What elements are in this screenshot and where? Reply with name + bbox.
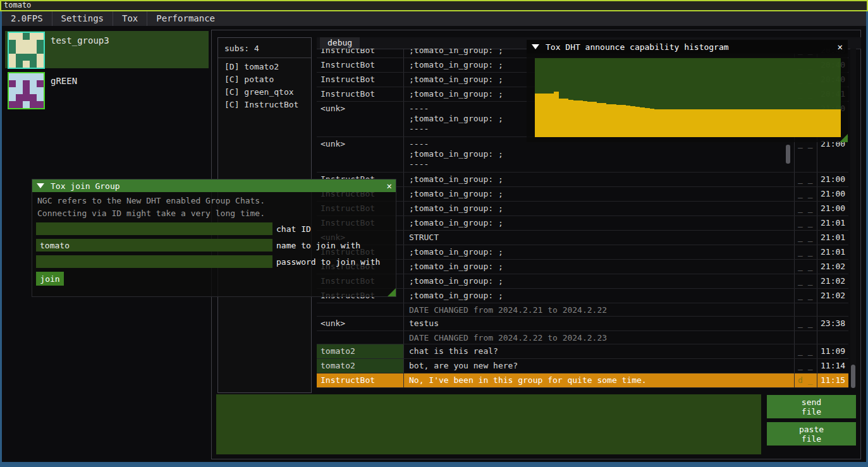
avatar-pixel xyxy=(16,54,23,61)
avatar-pixel xyxy=(30,87,37,94)
member-item[interactable]: [C] potato xyxy=(218,73,311,86)
histogram-bar xyxy=(597,103,602,137)
window-edge-left xyxy=(0,11,2,462)
menu-item-settings[interactable]: Settings xyxy=(52,11,113,26)
histogram-bar xyxy=(721,109,726,137)
app-window: tomato 2.0FPSSettingsToxPerformance test… xyxy=(0,0,868,467)
avatar-pixel xyxy=(23,61,30,68)
message-row: InstructBot;tomato_in_group: ;_ _21:01 xyxy=(317,245,848,260)
window-title: tomato xyxy=(4,1,31,9)
join-field-label: chat ID xyxy=(276,222,311,234)
group-name: test_group3 xyxy=(51,35,109,45)
histogram-bar xyxy=(587,102,592,137)
histogram-bar xyxy=(817,109,822,137)
avatar-pixel xyxy=(16,73,23,80)
collapse-arrow-icon[interactable] xyxy=(532,44,539,49)
message-text: ;tomato_in_group: ; xyxy=(404,173,795,186)
close-icon[interactable]: ✕ xyxy=(838,42,843,52)
message-sender: InstructBot xyxy=(317,373,404,387)
chat-scrollbar[interactable] xyxy=(850,49,856,388)
message-sender: InstructBot xyxy=(317,58,404,72)
tab-debug[interactable]: debug xyxy=(320,37,360,49)
join-field-chat-id[interactable] xyxy=(36,222,272,235)
histogram-bar xyxy=(673,109,678,137)
message-cell-scrollbar[interactable] xyxy=(786,145,790,164)
resize-grip[interactable] xyxy=(840,134,848,142)
avatar-pixel xyxy=(16,87,23,94)
group-item-test_group3[interactable]: test_group3 xyxy=(5,31,209,68)
avatar-pixel xyxy=(9,47,16,54)
menu-item-performance[interactable]: Performance xyxy=(147,11,224,26)
message-sender: InstructBot xyxy=(317,73,404,87)
histogram-bar xyxy=(712,109,717,137)
histogram-bar xyxy=(764,109,769,137)
message-status: _ _ xyxy=(795,187,817,201)
message-row: DATE CHANGED from 2024.2.22 to 2024.2.23 xyxy=(317,331,848,344)
message-status: _ _ xyxy=(795,173,817,186)
histogram-bar xyxy=(783,109,788,137)
group-item-gREEN[interactable]: gREEN xyxy=(5,71,209,109)
histogram-bar xyxy=(774,109,779,137)
histogram-bar xyxy=(755,109,760,137)
histogram-bar xyxy=(822,109,827,137)
message-row: InstructBot;tomato_in_group: ;_ _21:00 xyxy=(317,187,848,202)
join-button[interactable]: join xyxy=(36,272,64,286)
message-status: d _ xyxy=(795,373,817,387)
histogram-bar xyxy=(664,109,669,137)
message-timestamp: 21:02 xyxy=(817,274,848,288)
join-dialog-titlebar[interactable]: Tox join Group ✕ xyxy=(32,179,396,192)
message-row: DATE CHANGED from 2024.2.21 to 2024.2.22 xyxy=(317,303,848,317)
histogram-bar xyxy=(645,108,650,137)
histogram-bar xyxy=(798,109,803,137)
message-input[interactable] xyxy=(216,394,761,454)
message-row: InstructBotNo, I've been in this group f… xyxy=(317,373,848,388)
message-sender: InstructBot xyxy=(317,87,404,101)
close-icon[interactable]: ✕ xyxy=(387,181,392,191)
message-row: tomato2bot, are you new here?_ _11:14 xyxy=(317,359,848,373)
join-field-password-to-join-with[interactable] xyxy=(36,255,272,268)
message-status xyxy=(795,303,817,316)
menu-item-2-0fps[interactable]: 2.0FPS xyxy=(2,11,52,26)
avatar-pixel xyxy=(37,61,44,68)
message-row: InstructBot;tomato_in_group: ;_ _21:02 xyxy=(317,274,848,289)
avatar-pixel xyxy=(30,54,37,61)
resize-grip[interactable] xyxy=(388,288,396,296)
join-field-label: password to join with xyxy=(276,255,380,267)
message-status: _ _ xyxy=(795,359,817,373)
histogram-bar xyxy=(669,109,674,137)
chat-scrollbar-thumb[interactable] xyxy=(851,365,855,388)
message-timestamp: 11:15 xyxy=(817,373,848,387)
histogram-bar xyxy=(621,105,626,137)
avatar-pixel xyxy=(37,54,44,61)
histogram-bar xyxy=(583,101,588,137)
histogram-bar xyxy=(650,109,655,137)
window-titlebar[interactable]: tomato xyxy=(0,0,868,11)
avatar-pixel xyxy=(23,94,30,101)
histogram-title: Tox DHT announce capability histogram xyxy=(546,42,729,52)
avatar-pixel xyxy=(16,80,23,87)
avatar-pixel xyxy=(23,54,30,61)
paste-file-button[interactable]: pastefile xyxy=(767,422,856,446)
member-item[interactable]: [D] tomato2 xyxy=(218,61,311,73)
collapse-arrow-icon[interactable] xyxy=(37,183,44,188)
menu-item-tox[interactable]: Tox xyxy=(113,11,147,26)
member-item[interactable]: [C] green_qtox xyxy=(218,86,311,99)
histogram-window: Tox DHT announce capability histogram ✕ xyxy=(527,40,848,142)
histogram-titlebar[interactable]: Tox DHT announce capability histogram ✕ xyxy=(527,40,848,54)
avatar-pixel xyxy=(23,33,30,40)
histogram-bar xyxy=(563,99,568,137)
histogram-bar xyxy=(716,109,721,137)
histogram-bar xyxy=(688,109,693,137)
join-field-name-to-join-with[interactable] xyxy=(36,239,272,252)
member-item[interactable]: [C] InstructBot xyxy=(218,99,311,111)
avatar-pixel xyxy=(30,101,37,108)
message-status: _ _ xyxy=(795,317,817,331)
histogram-bar xyxy=(540,94,545,137)
send-file-button[interactable]: sendfile xyxy=(767,395,856,418)
join-dialog-description-line2: Connecting via ID might take a very long… xyxy=(37,209,265,218)
message-text: ;tomato_in_group: ; xyxy=(404,216,795,230)
avatar-pixel xyxy=(30,61,37,68)
window-edge-bottom xyxy=(0,462,868,467)
avatar-pixel xyxy=(37,73,44,80)
avatar-pixel xyxy=(37,94,44,101)
